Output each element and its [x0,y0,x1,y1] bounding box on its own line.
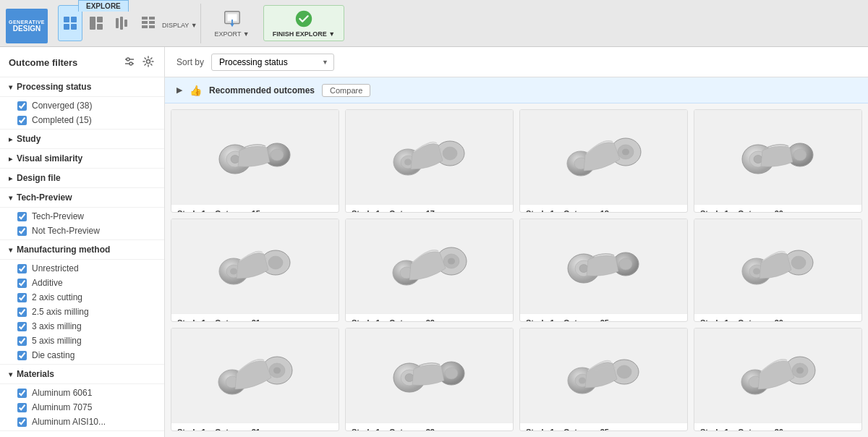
outcome-card-info: Study 1 – Outcome 36 Converged [694,423,861,431]
compare-button[interactable]: Compare [322,84,370,97]
finish-explore-button[interactable]: FINISH EXPLORE ▼ [263,5,344,41]
svg-rect-6 [97,24,103,30]
explore-tab[interactable]: EXPLORE [78,0,129,12]
filter-checkbox-manufacturing-method-6[interactable] [17,351,27,360]
svg-rect-1 [71,17,77,22]
filter-section-header-visual-similarity[interactable]: ▸ Visual similarity [0,149,164,169]
svg-point-64 [791,256,806,269]
export-section: EXPORT ▼ [204,4,260,43]
filter-item-label-manufacturing-method-0: Unrestricted [32,263,79,273]
filter-item-manufacturing-method-2: 2 axis cutting [0,290,164,305]
outcome-card[interactable]: Study 1 – Outcome 33 Converged [345,328,514,431]
gear-icon[interactable] [141,54,156,71]
outcome-card[interactable]: Study 1 – Outcome 22 Converged [345,218,514,322]
filter-item-manufacturing-method-0: Unrestricted [0,261,164,276]
recommended-expand-chevron[interactable]: ▶ [176,85,182,95]
outcome-card-image [346,219,513,313]
brand-line1: GENERATIVE [9,20,45,25]
outcome-card-title: Study 1 – Outcome 35 [526,428,681,431]
filter-sections-container: ▾ Processing status Converged (38) Compl… [0,77,164,431]
outcome-card-image [694,110,861,204]
outcome-card-title: Study 1 – Outcome 22 [352,318,507,322]
table-view-button[interactable] [136,5,161,41]
outcome-card-image [171,110,339,204]
outcome-card[interactable]: Study 1 – Outcome 15 Converged [171,109,339,213]
svg-rect-10 [142,17,148,20]
svg-point-27 [231,156,239,164]
outcome-card-image [520,219,687,313]
filter-checkbox-materials-0[interactable] [17,389,27,398]
svg-rect-15 [149,25,155,28]
section-label-materials: Materials [17,369,54,379]
outcome-card-info: Study 1 – Outcome 17 Converged [346,204,513,213]
svg-point-72 [405,374,414,382]
svg-rect-5 [97,17,103,22]
filter-section-header-study[interactable]: ▸ Study [0,130,164,149]
outcome-card-info: Study 1 – Outcome 35 Converged [520,423,687,431]
sidebar-header: Outcome filters [0,47,164,77]
export-label: EXPORT ▼ [215,30,250,38]
filter-section-header-materials[interactable]: ▾ Materials [0,365,164,384]
outcome-card-image [520,110,687,204]
filter-section-header-manufacturing-method[interactable]: ▾ Manufacturing method [0,240,164,260]
outcome-card-title: Study 1 – Outcome 36 [700,428,856,431]
filter-checkbox-manufacturing-method-3[interactable] [17,307,27,317]
toolbar-brand[interactable]: GENERATIVE DESIGN [6,9,48,43]
svg-rect-4 [90,17,95,30]
svg-rect-0 [64,17,69,22]
brand-line2: DESIGN [13,25,41,33]
outcome-card-image [694,219,861,313]
filter-section-header-processing-status[interactable]: ▾ Processing status [0,77,164,97]
filter-checkbox-manufacturing-method-5[interactable] [17,336,27,346]
section-label-study: Study [17,134,41,144]
filter-section-header-tech-preview[interactable]: ▾ Tech-Preview [0,188,164,208]
filter-checkbox-manufacturing-method-2[interactable] [17,293,27,302]
filter-checkbox-tech-preview-1[interactable] [17,226,27,236]
filter-item-materials-0: Aluminum 6061 [0,386,164,400]
main-layout: Outcome filters [0,47,868,437]
filter-section-manufacturing-method: ▾ Manufacturing method Unrestricted Addi… [0,240,164,365]
filter-checkbox-manufacturing-method-1[interactable] [17,279,27,288]
filter-item-label-manufacturing-method-6: Die casting [32,350,75,360]
filter-checkbox-materials-2[interactable] [17,417,27,427]
outcome-card[interactable]: Study 1 – Outcome 18 Converged [519,109,688,213]
svg-rect-3 [71,24,77,30]
outcome-card[interactable]: Study 1 – Outcome 17 Converged [345,109,514,213]
filter-settings-icon[interactable] [122,54,137,71]
filter-checkbox-manufacturing-method-0[interactable] [17,264,27,273]
outcome-card[interactable]: Study 1 – Outcome 20 Converged [694,109,862,213]
chevron-design-file: ▸ [9,174,12,182]
filter-items-manufacturing-method: Unrestricted Additive 2 axis cutting 2.5… [0,260,164,365]
outcome-card-image [694,328,861,423]
filter-checkbox-tech-preview-0[interactable] [17,212,27,221]
outcome-card-image [171,219,339,313]
svg-rect-12 [142,21,148,24]
outcome-card[interactable]: Study 1 – Outcome 36 Converged [694,328,862,431]
filter-checkbox-materials-1[interactable] [17,403,27,412]
outcome-card[interactable]: Study 1 – Outcome 35 Converged [519,328,688,431]
svg-point-69 [273,368,281,374]
filter-item-label-manufacturing-method-4: 3 axis milling [32,321,82,331]
outcome-card[interactable]: Study 1 – Outcome 31 Converged [171,328,339,431]
filter-item-label-manufacturing-method-3: 2.5 axis milling [32,307,89,317]
filter-item-processing-status-0: Converged (38) [0,98,164,113]
export-button[interactable]: EXPORT ▼ [207,5,258,41]
filter-checkbox-processing-status-1[interactable] [17,116,27,125]
filter-section-header-design-file[interactable]: ▸ Design file [0,169,164,188]
filter-item-processing-status-1: Completed (15) [0,113,164,127]
sidebar: Outcome filters [0,47,165,437]
filter-checkbox-processing-status-0[interactable] [17,101,27,111]
outcome-card-title: Study 1 – Outcome 20 [700,209,856,213]
svg-point-62 [753,268,760,275]
filter-item-label-materials-1: Aluminum 7075 [32,402,92,412]
sort-select[interactable]: Processing statusStudyOutcome number [211,54,334,71]
filter-checkbox-manufacturing-method-4[interactable] [17,322,27,331]
filter-item-manufacturing-method-1: Additive [0,276,164,290]
outcomes-grid: Study 1 – Outcome 15 Converged Study 1 –… [165,103,868,437]
svg-point-34 [443,147,457,160]
outcome-card[interactable]: Study 1 – Outcome 30 Converged [694,218,862,322]
outcome-card[interactable]: Study 1 – Outcome 25 Converged [519,218,688,322]
filter-item-manufacturing-method-5: 5 axis milling [0,334,164,348]
filter-item-label-tech-preview-0: Tech-Preview [32,211,84,221]
outcome-card[interactable]: Study 1 – Outcome 21 Converged [171,218,339,322]
